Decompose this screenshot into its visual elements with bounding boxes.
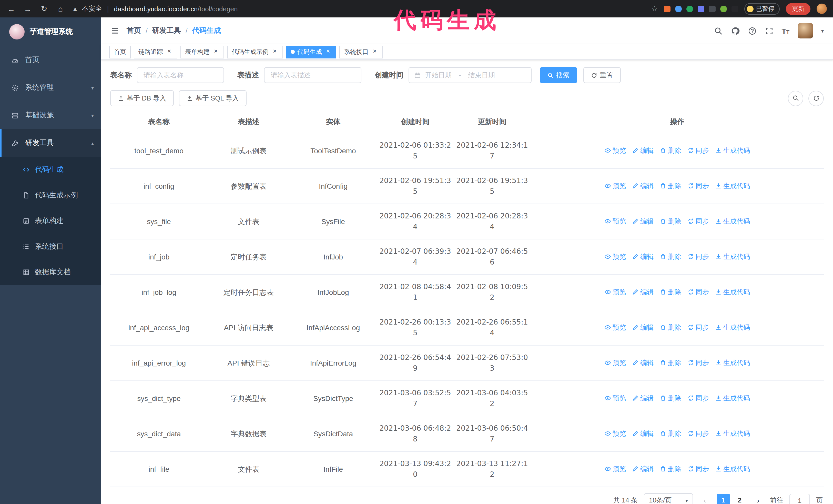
back-icon[interactable]: ← [6,4,17,13]
sync-action[interactable]: 同步 [687,357,709,368]
delete-action[interactable]: 删除 [660,322,681,333]
edit-action[interactable]: 编辑 [632,322,653,333]
sync-action[interactable]: 同步 [687,463,709,474]
sync-action[interactable]: 同步 [687,180,709,191]
extension-icon-7[interactable] [732,5,738,12]
breadcrumb-dev-tools[interactable]: 研发工具 [152,26,181,35]
reset-button[interactable]: 重置 [584,67,621,83]
delete-action[interactable]: 删除 [660,392,681,403]
tab-代码生成示例[interactable]: 代码生成示例× [227,45,283,58]
edit-action[interactable]: 编辑 [632,251,653,262]
edit-action[interactable]: 编辑 [632,357,653,368]
paused-extension-badge[interactable]: 已暂停 [744,3,780,15]
extension-icon-2[interactable] [675,5,682,12]
delete-action[interactable]: 删除 [660,251,681,262]
extension-icon-5[interactable] [709,5,716,12]
edit-action[interactable]: 编辑 [632,216,653,226]
sidebar-item-system-api[interactable]: 系统接口 [0,234,101,259]
close-tab-icon[interactable]: × [212,48,219,55]
date-range-picker[interactable]: 开始日期 - 结束日期 [408,67,531,83]
preview-action[interactable]: 预览 [604,463,626,474]
sidebar-item-db-docs[interactable]: 数据库文档 [0,259,101,285]
preview-action[interactable]: 预览 [604,180,626,191]
edit-action[interactable]: 编辑 [632,392,653,403]
delete-action[interactable]: 删除 [660,357,681,368]
delete-action[interactable]: 删除 [660,463,681,474]
page-size-select[interactable]: 10条/页 ▾ [644,493,693,504]
delete-action[interactable]: 删除 [660,216,681,226]
prev-page-button[interactable]: ‹ [699,496,711,504]
browser-update-button[interactable]: 更新 [786,3,810,15]
delete-action[interactable]: 删除 [660,428,681,439]
sync-action[interactable]: 同步 [687,286,709,297]
sidebar-item-code-generation[interactable]: 代码生成 [0,157,101,183]
page-button-1[interactable]: 1 [717,494,730,504]
help-icon[interactable] [748,26,756,35]
preview-action[interactable]: 预览 [604,392,626,403]
app-logo[interactable]: 芋道管理系统 [0,18,101,46]
extension-icon-4[interactable] [698,5,704,12]
delete-action[interactable]: 删除 [660,286,681,297]
sync-action[interactable]: 同步 [687,428,709,439]
import-sql-button[interactable]: 基于 SQL 导入 [179,90,247,106]
preview-action[interactable]: 预览 [604,145,626,155]
extension-icon-1[interactable] [664,5,670,12]
tab-表单构建[interactable]: 表单构建× [181,45,224,58]
refresh-table-button[interactable] [808,91,824,106]
preview-action[interactable]: 预览 [604,322,626,333]
tab-系统接口[interactable]: 系统接口× [339,45,383,58]
generate-code-action[interactable]: 生成代码 [715,392,750,403]
generate-code-action[interactable]: 生成代码 [715,286,750,297]
sync-action[interactable]: 同步 [687,251,709,262]
edit-action[interactable]: 编辑 [632,463,653,474]
delete-action[interactable]: 删除 [660,180,681,191]
extension-icon-6[interactable] [720,5,727,12]
toggle-search-button[interactable] [788,91,803,106]
avatar-caret-icon[interactable]: ▾ [821,28,824,33]
user-avatar[interactable] [798,23,813,39]
sync-action[interactable]: 同步 [687,322,709,333]
sidebar-item-dev-tools[interactable]: 研发工具 ▴ [0,129,101,157]
next-page-button[interactable]: › [753,496,764,504]
table-desc-input[interactable] [264,67,361,83]
tab-代码生成[interactable]: 代码生成× [286,45,336,58]
edit-action[interactable]: 编辑 [632,145,653,155]
preview-action[interactable]: 预览 [604,428,626,439]
page-button-2[interactable]: 2 [733,494,746,504]
edit-action[interactable]: 编辑 [632,286,653,297]
generate-code-action[interactable]: 生成代码 [715,322,750,333]
sync-action[interactable]: 同步 [687,392,709,403]
fullscreen-icon[interactable] [765,26,773,35]
close-tab-icon[interactable]: × [371,48,378,55]
close-tab-icon[interactable]: × [271,48,278,55]
reload-icon[interactable]: ↻ [39,4,49,13]
preview-action[interactable]: 预览 [604,286,626,297]
browser-profile-avatar[interactable] [816,4,827,14]
sync-action[interactable]: 同步 [687,216,709,226]
edit-action[interactable]: 编辑 [632,428,653,439]
bookmark-star-icon[interactable]: ☆ [651,5,658,13]
preview-action[interactable]: 预览 [604,251,626,262]
generate-code-action[interactable]: 生成代码 [715,216,750,226]
preview-action[interactable]: 预览 [604,216,626,226]
preview-action[interactable]: 预览 [604,357,626,368]
home-icon[interactable]: ⌂ [55,4,66,13]
goto-page-input[interactable] [789,494,810,504]
sync-action[interactable]: 同步 [687,145,709,155]
sidebar-item-system-management[interactable]: 系统管理 ▾ [0,74,101,101]
table-name-input[interactable] [137,67,224,83]
generate-code-action[interactable]: 生成代码 [715,463,750,474]
close-tab-icon[interactable]: × [166,48,173,55]
tab-链路追踪[interactable]: 链路追踪× [134,45,177,58]
search-icon[interactable] [714,26,722,35]
search-button[interactable]: 搜索 [540,67,577,83]
generate-code-action[interactable]: 生成代码 [715,251,750,262]
address-bar[interactable]: ▲️ 不安全 | dashboard.yudao.iocoder.cn/tool… [72,4,645,13]
breadcrumb-home[interactable]: 首页 [127,26,141,35]
generate-code-action[interactable]: 生成代码 [715,180,750,191]
sidebar-item-codegen-example[interactable]: 代码生成示例 [0,183,101,208]
extension-icon-3[interactable] [686,5,693,12]
forward-icon[interactable]: → [23,4,33,13]
font-size-icon[interactable]: TT [782,26,789,35]
delete-action[interactable]: 删除 [660,145,681,155]
